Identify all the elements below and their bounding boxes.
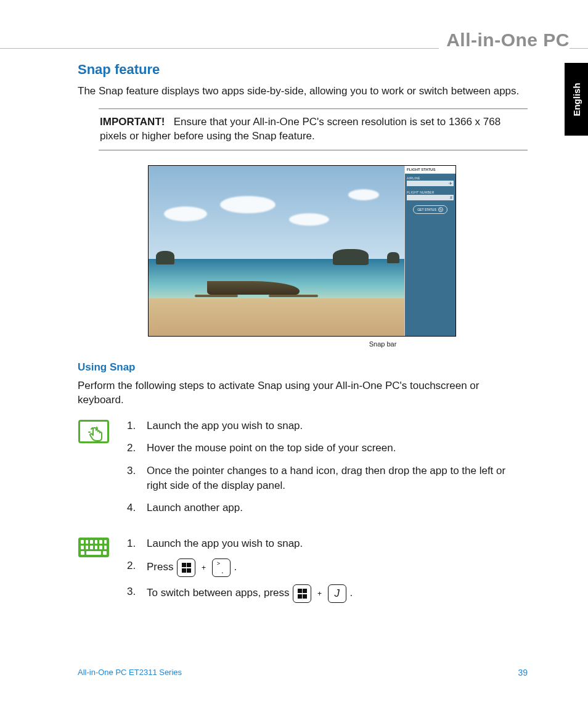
get-status-button: GET STATUS ↻ bbox=[413, 205, 447, 214]
j-key-icon: J bbox=[328, 584, 346, 603]
plus-icon: + bbox=[202, 563, 206, 573]
keyboard-method: Launch the app you wish to snap. Press +… bbox=[78, 536, 528, 610]
touch-step: Once the pointer changes to a hand icon,… bbox=[127, 464, 528, 493]
keyboard-icon bbox=[78, 536, 110, 557]
step-text: . bbox=[349, 587, 353, 599]
page-footer: All-in-One PC ET2311 Series 39 bbox=[78, 668, 528, 677]
flight-status-pane: FLIGHT STATUS AIRLINE ✈ FLIGHT NUMBER # … bbox=[405, 166, 455, 336]
keyboard-step: Press + >. . bbox=[127, 559, 528, 577]
page-number: 39 bbox=[518, 668, 528, 677]
photo-app-pane bbox=[149, 166, 404, 336]
using-snap-heading: Using Snap bbox=[78, 361, 528, 374]
note-label: IMPORTANT! bbox=[100, 116, 165, 128]
step-text: . bbox=[234, 562, 237, 573]
airline-icon: ✈ bbox=[449, 181, 452, 186]
section-intro: The Snap feature displays two apps side-… bbox=[78, 84, 528, 99]
touch-step: Hover the mouse point on the top side of… bbox=[127, 441, 528, 456]
touch-step: Launch the app you wish to snap. bbox=[127, 419, 528, 433]
touch-method: Launch the app you wish to snap. Hover t… bbox=[78, 419, 528, 523]
section-title: Snap feature bbox=[78, 62, 528, 78]
step-text: To switch between apps, press bbox=[147, 587, 292, 599]
hash-icon: # bbox=[450, 195, 452, 200]
touch-steps: Launch the app you wish to snap. Hover t… bbox=[127, 419, 528, 523]
product-line-heading: All-in-One PC bbox=[439, 30, 570, 51]
language-tab: English bbox=[565, 63, 588, 136]
language-tab-label: English bbox=[571, 83, 582, 116]
flight-status-title: FLIGHT STATUS bbox=[405, 166, 455, 174]
footer-series: All-in-One PC ET2311 Series bbox=[78, 668, 182, 677]
period-key-icon: >. bbox=[212, 559, 231, 577]
snap-screenshot: FLIGHT STATUS AIRLINE ✈ FLIGHT NUMBER # … bbox=[148, 165, 456, 337]
snap-bar-caption: Snap bar bbox=[148, 340, 457, 348]
keyboard-step: To switch between apps, press + J . bbox=[127, 584, 528, 603]
flightnum-label: FLIGHT NUMBER bbox=[405, 188, 455, 195]
touch-icon bbox=[78, 419, 110, 443]
airline-label: AIRLINE bbox=[405, 174, 455, 181]
keyboard-step: Launch the app you wish to snap. bbox=[127, 536, 528, 551]
using-snap-intro: Perform the following steps to activate … bbox=[78, 379, 528, 408]
windows-key-icon bbox=[293, 584, 311, 603]
plus-icon: + bbox=[317, 589, 322, 599]
windows-key-icon bbox=[177, 559, 195, 577]
flightnum-field: # bbox=[407, 195, 454, 200]
get-status-label: GET STATUS bbox=[417, 208, 436, 211]
arrow-icon: ↻ bbox=[438, 207, 443, 212]
important-note: IMPORTANT! Ensure that your All-in-One P… bbox=[99, 108, 528, 150]
airline-field: ✈ bbox=[407, 181, 454, 186]
touch-step: Launch another app. bbox=[127, 501, 528, 515]
keyboard-steps: Launch the app you wish to snap. Press +… bbox=[127, 536, 528, 610]
step-text: Press bbox=[147, 562, 176, 573]
